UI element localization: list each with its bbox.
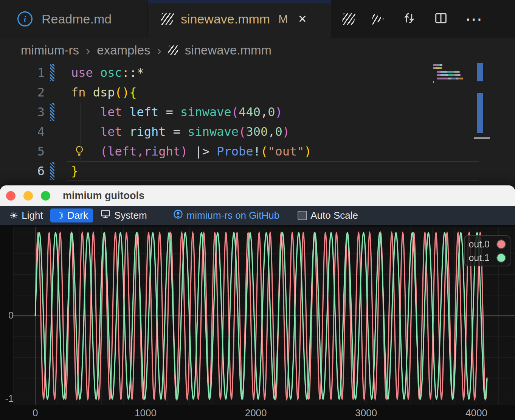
line-number: 5 xyxy=(0,144,45,159)
lightbulb-icon[interactable] xyxy=(73,145,85,160)
gutter-decoration xyxy=(50,143,54,160)
indent-guide xyxy=(80,102,81,161)
breadcrumb: mimium-rs › examples › sinewave.mmm xyxy=(0,38,515,63)
code-text: let left = sinwave(440,0) xyxy=(71,105,282,119)
sun-icon: ☀ xyxy=(9,211,18,221)
code-line[interactable]: 5 (left,right) |> Probe!("out") xyxy=(0,142,515,161)
breadcrumb-item[interactable]: sinewave.mmm xyxy=(185,43,271,58)
x-tick-label: 3000 xyxy=(355,407,377,419)
x-tick-label: 1000 xyxy=(135,407,157,419)
guitools-toolbar: ☀ Light ☽ Dark System xyxy=(0,206,515,225)
minimize-window-button[interactable] xyxy=(23,191,33,201)
gutter-decoration xyxy=(50,103,54,121)
theme-dark-label: Dark xyxy=(67,210,88,221)
code-line[interactable]: 4 let right = sinwave(300,0) xyxy=(0,122,515,142)
chevron-right-icon: › xyxy=(86,43,90,58)
auto-scale-label: Auto Scale xyxy=(310,210,358,221)
line-number: 3 xyxy=(0,105,45,119)
tab-readme[interactable]: i Readme.md xyxy=(0,0,147,38)
minimap[interactable] xyxy=(433,64,476,83)
zoom-window-button[interactable] xyxy=(41,191,50,201)
compare-changes-icon[interactable] xyxy=(402,11,417,27)
theme-light-button[interactable]: ☀ Light xyxy=(5,208,48,222)
x-tick-label: 0 xyxy=(33,407,38,419)
moon-icon: ☽ xyxy=(55,211,64,221)
overview-ruler-mark xyxy=(477,93,483,133)
code-text: (left,right) |> Probe!("out") xyxy=(71,144,312,159)
overview-ruler-mark xyxy=(477,63,483,81)
github-link[interactable]: mimium-rs on GitHub xyxy=(168,208,285,223)
scrollbar-slider[interactable] xyxy=(474,137,490,139)
code-text: fn dsp(){ xyxy=(71,85,137,100)
legend-swatch xyxy=(496,253,506,263)
theme-system-button[interactable]: System xyxy=(95,208,152,223)
y-tick-label: 0 xyxy=(0,310,14,321)
chevron-right-icon: › xyxy=(157,43,161,58)
mmm-file-icon xyxy=(160,13,174,25)
close-window-button[interactable] xyxy=(6,191,16,201)
code-text: use osc::* xyxy=(71,65,144,80)
breadcrumb-item[interactable]: mimium-rs xyxy=(21,43,79,58)
tab-sinewave[interactable]: sinewave.mmm M × xyxy=(147,0,331,38)
gutter-decoration xyxy=(50,84,54,101)
github-link-label: mimium-rs on GitHub xyxy=(187,210,280,221)
x-tick-label: 4000 xyxy=(465,407,487,419)
gutter-decoration xyxy=(50,123,54,140)
legend: out.0out.1 xyxy=(464,235,510,266)
editor-actions: ⋯ xyxy=(343,0,483,38)
auto-scale-toggle[interactable]: Auto Scale xyxy=(293,208,363,222)
gutter-decoration xyxy=(50,64,54,81)
code-line[interactable]: 2fn dsp(){ xyxy=(0,82,515,102)
split-editor-icon[interactable] xyxy=(433,11,448,27)
theme-dark-button[interactable]: ☽ Dark xyxy=(50,208,93,222)
legend-entry[interactable]: out.1 xyxy=(468,251,506,264)
x-tick-label: 2000 xyxy=(245,407,267,419)
line-number: 4 xyxy=(0,124,45,139)
line-number: 6 xyxy=(0,164,45,178)
vscode-editor: i Readme.md sinewave.mmm M × xyxy=(0,0,515,212)
mmm-file-icon[interactable] xyxy=(342,13,355,25)
monitor-icon xyxy=(100,209,111,222)
theme-light-label: Light xyxy=(22,210,43,221)
github-icon xyxy=(173,209,183,222)
more-actions-icon[interactable]: ⋯ xyxy=(465,10,483,28)
window-title: mimium guitools xyxy=(63,190,144,202)
line-number: 1 xyxy=(0,65,45,80)
traffic-lights xyxy=(0,191,50,201)
window-titlebar[interactable]: mimium guitools xyxy=(0,185,515,206)
y-tick-label: -1 xyxy=(0,393,14,404)
screen: i Readme.md sinewave.mmm M × xyxy=(0,0,515,420)
code-line[interactable]: 3 let left = sinwave(440,0) xyxy=(0,102,515,122)
tab-label: Readme.md xyxy=(42,12,112,26)
mmm-file-icon xyxy=(168,45,179,55)
code-text: } xyxy=(71,164,78,178)
waveform-plot: out.0out.1 01000200030004000 0-1 xyxy=(0,225,515,420)
code-line[interactable]: 6} xyxy=(0,161,515,181)
editor-tab-bar: i Readme.md sinewave.mmm M × xyxy=(0,0,515,38)
info-icon: i xyxy=(17,11,33,26)
modified-badge: M xyxy=(278,12,288,25)
legend-swatch xyxy=(496,240,506,249)
tab-label: sinewave.mmm xyxy=(181,12,270,26)
line-number: 2 xyxy=(0,85,45,100)
breadcrumb-item[interactable]: examples xyxy=(97,43,150,58)
theme-system-label: System xyxy=(114,210,147,221)
close-tab-icon[interactable]: × xyxy=(298,12,306,26)
code-text: let right = sinwave(300,0) xyxy=(71,124,290,139)
guitools-window: mimium guitools ☀ Light ☽ Dark Syst xyxy=(0,185,515,420)
auto-scale-checkbox[interactable] xyxy=(298,211,307,220)
legend-entry[interactable]: out.0 xyxy=(468,238,506,250)
run-file-icon[interactable] xyxy=(371,12,385,26)
gutter-decoration xyxy=(50,162,54,180)
plot-canvas[interactable] xyxy=(13,227,515,405)
